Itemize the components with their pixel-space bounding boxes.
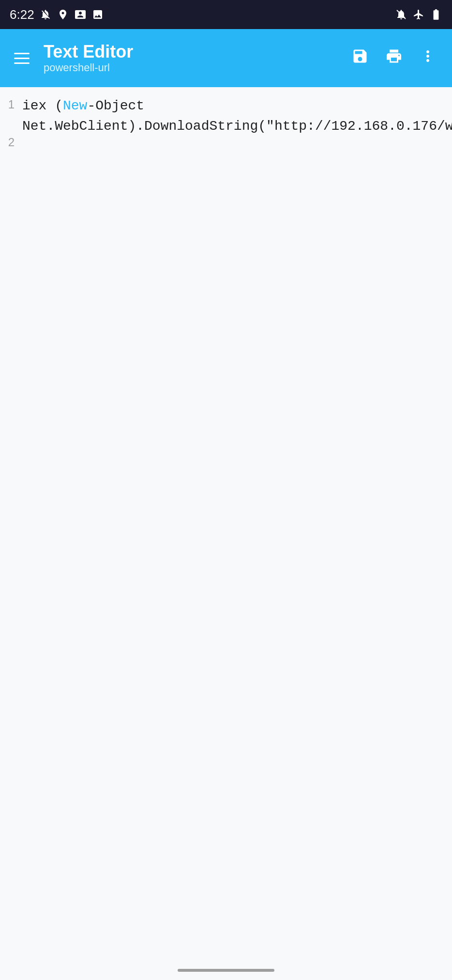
menu-button[interactable] <box>10 46 34 70</box>
status-bar: 6:22 <box>0 0 452 29</box>
menu-line-3 <box>14 62 30 64</box>
status-right <box>395 8 442 21</box>
line-number-1: 1 <box>8 96 15 113</box>
app-title: Text Editor <box>44 42 336 61</box>
app-subtitle: powershell-url <box>44 61 336 74</box>
code-line-2 <box>22 137 452 157</box>
bottom-bar <box>0 961 452 980</box>
line-number-2: 2 <box>8 134 15 151</box>
code-line-1: iex (New-Object Net.WebClient).DownloadS… <box>22 96 452 137</box>
app-title-section: Text Editor powershell-url <box>44 42 336 74</box>
editor-container[interactable]: 1 2 iex (New-Object Net.WebClient).Downl… <box>0 87 452 961</box>
line-numbers: 1 2 <box>0 87 17 961</box>
print-icon <box>385 47 403 69</box>
airplane-icon <box>412 8 425 21</box>
save-button[interactable] <box>346 44 375 73</box>
bell-off-icon <box>395 8 407 21</box>
battery-icon <box>430 8 442 21</box>
menu-line-1 <box>14 53 30 54</box>
image-icon <box>91 8 104 21</box>
code-text-iex: iex ( <box>22 98 63 113</box>
more-vertical-icon <box>419 47 437 69</box>
editor-content[interactable]: iex (New-Object Net.WebClient).DownloadS… <box>17 87 452 961</box>
print-button[interactable] <box>379 44 408 73</box>
code-text-object: -Object Net.WebClient).DownloadString("h… <box>22 98 452 134</box>
app-bar-actions <box>346 44 442 73</box>
status-left: 6:22 <box>10 7 104 22</box>
menu-line-2 <box>14 58 30 59</box>
location-icon <box>57 8 69 21</box>
media-icon <box>74 8 87 21</box>
code-keyword-new: New <box>63 98 87 113</box>
home-indicator <box>178 969 274 972</box>
status-time: 6:22 <box>10 7 34 22</box>
save-icon <box>351 47 369 69</box>
more-options-button[interactable] <box>413 44 442 73</box>
app-bar: Text Editor powershell-url <box>0 29 452 87</box>
notification-off-icon <box>39 8 52 21</box>
